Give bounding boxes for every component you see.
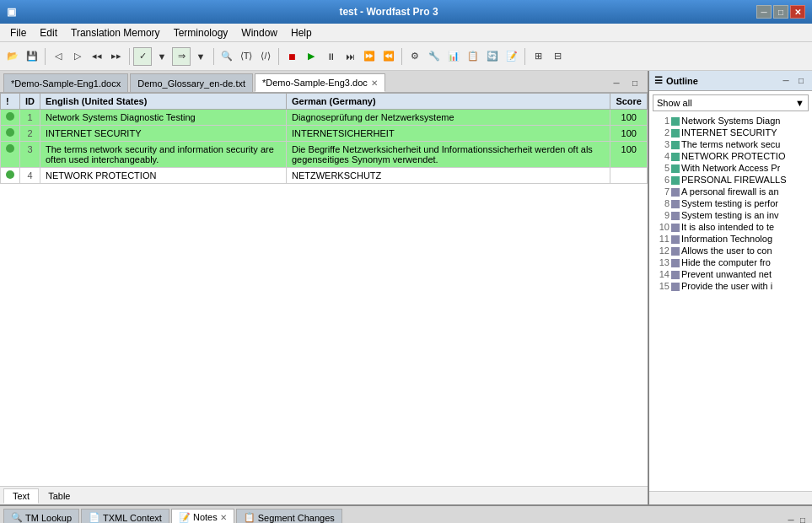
btab-tm-lookup[interactable]: 🔍 TM Lookup	[3, 509, 79, 523]
txml-label: TXML Context	[103, 513, 162, 523]
table-row[interactable]: 1 Network Systems Diagnostic Testing Dia…	[1, 110, 648, 126]
outline-restore[interactable]: □	[795, 75, 807, 87]
table-row[interactable]: 2 INTERNET SECURITY INTERNETSICHERHEIT 1…	[1, 126, 648, 142]
tb-forward[interactable]: ▷	[68, 47, 87, 66]
menu-edit[interactable]: Edit	[33, 25, 64, 40]
menu-bar: File Edit Translation Memory Terminology…	[0, 24, 812, 42]
tb-dropdown1[interactable]: ▼	[153, 47, 171, 66]
close-button[interactable]: ✕	[790, 5, 805, 19]
col-flag: !	[1, 94, 20, 110]
bottom-tabs: 🔍 TM Lookup 📄 TXML Context 📝 Notes ✕ 📋 S…	[0, 506, 812, 523]
tb-tools4[interactable]: 📋	[464, 47, 482, 66]
tb-tools1[interactable]: ⚙	[406, 47, 424, 66]
outline-item[interactable]: 14 Prevent unwanted net	[649, 268, 812, 280]
tab-restore[interactable]: □	[626, 73, 644, 92]
col-target: German (Germany)	[286, 94, 610, 110]
tab-doc2[interactable]: Demo_Glossary_en-de.txt	[130, 73, 253, 92]
tb-extra1[interactable]: ⊞	[529, 47, 547, 66]
outline-item[interactable]: 12 Allows the user to con	[649, 245, 812, 256]
outline-item[interactable]: 10 It is also intended to te	[649, 221, 812, 233]
tb-stop[interactable]: ⏹	[282, 47, 301, 66]
maximize-button[interactable]: □	[773, 5, 788, 19]
tb-tools2[interactable]: 🔧	[425, 47, 444, 66]
tb-tools6[interactable]: 📝	[503, 47, 521, 66]
tb-play[interactable]: ▶	[302, 47, 320, 66]
tb-tools3[interactable]: 📊	[444, 47, 463, 66]
menu-translation-memory[interactable]: Translation Memory	[64, 25, 167, 40]
outline-item[interactable]: 9 System testing is an inv	[649, 209, 812, 221]
minimize-button[interactable]: ─	[756, 5, 772, 19]
outline-item[interactable]: 13 Hide the computer fro	[649, 256, 812, 268]
outline-item[interactable]: 7 A personal firewall is an	[649, 186, 812, 197]
bottom-restore[interactable]: □	[797, 514, 809, 523]
bottom-minimize[interactable]: ─	[785, 514, 797, 523]
outline-item-text: System testing is an inv	[681, 210, 779, 220]
tb-dropdown2[interactable]: ▼	[191, 47, 210, 66]
outline-item-icon	[671, 153, 680, 161]
outline-minimize[interactable]: ─	[780, 75, 792, 87]
notes-close[interactable]: ✕	[220, 513, 227, 522]
tb-next[interactable]: ▸▸	[107, 47, 126, 66]
menu-help[interactable]: Help	[284, 25, 319, 40]
outline-header: ☰ Outline ─ □	[649, 71, 812, 91]
tb-prev[interactable]: ◂◂	[88, 47, 106, 66]
outline-item-icon	[671, 212, 680, 220]
menu-terminology[interactable]: Terminology	[167, 25, 235, 40]
outline-item-num: 1	[653, 116, 669, 126]
btab-segment-changes[interactable]: 📋 Segment Changes	[236, 509, 342, 523]
row-target: Die Begriffe Netzwerksicherheit und Info…	[286, 142, 610, 168]
tab-text[interactable]: Text	[3, 488, 39, 504]
tb-confirm[interactable]: ✓	[133, 47, 152, 66]
tb-extra2[interactable]: ⊟	[548, 47, 567, 66]
tab-table[interactable]: Table	[39, 488, 79, 504]
tab-minimize[interactable]: ─	[607, 73, 626, 92]
row-target: Diagnoseprüfung der Netzwerksysteme	[286, 110, 610, 126]
tab-doc3-close[interactable]: ✕	[371, 78, 378, 88]
table-row[interactable]: 3 The terms network security and informa…	[1, 142, 648, 168]
outline-item[interactable]: 5 With Network Access Pr	[649, 162, 812, 174]
outline-item-icon	[671, 200, 680, 208]
outline-filter-dropdown[interactable]: Show all ▼	[653, 94, 809, 111]
view-mode-tabs: Text Table	[0, 486, 648, 504]
row-id: 4	[20, 168, 40, 184]
outline-item[interactable]: 8 System testing is perfor	[649, 197, 812, 209]
row-source: Network Systems Diagnostic Testing	[40, 110, 287, 126]
tb-markup[interactable]: ⟨/⟩	[256, 47, 275, 66]
outline-item[interactable]: 3 The terms network secu	[649, 138, 812, 150]
outline-item-text: INTERNET SECURITY	[681, 127, 777, 137]
btab-txml-context[interactable]: 📄 TXML Context	[81, 509, 169, 523]
outline-item-text: PERSONAL FIREWALLS	[681, 175, 787, 185]
outline-item[interactable]: 6 PERSONAL FIREWALLS	[649, 174, 812, 186]
outline-item[interactable]: 1 Network Systems Diagn	[649, 115, 812, 127]
tb-fast[interactable]: ⏩	[360, 47, 379, 66]
bottom-area: 🔍 TM Lookup 📄 TXML Context 📝 Notes ✕ 📋 S…	[0, 504, 812, 523]
tb-slow[interactable]: ⏪	[379, 47, 398, 66]
tb-tag[interactable]: ⟨T⟩	[237, 47, 255, 66]
table-row[interactable]: 4 NETWORK PROTECTION NETZWERKSCHUTZ	[1, 168, 648, 184]
btab-notes[interactable]: 📝 Notes ✕	[171, 509, 234, 523]
tb-pause[interactable]: ⏸	[321, 47, 340, 66]
outline-item-text: NETWORK PROTECTIO	[681, 151, 785, 161]
outline-item-num: 13	[653, 257, 669, 267]
tb-open[interactable]: 📂	[3, 47, 22, 66]
tb-tools5[interactable]: 🔄	[483, 47, 502, 66]
tb-save[interactable]: 💾	[23, 47, 41, 66]
tb-back[interactable]: ◁	[49, 47, 67, 66]
translation-table[interactable]: ! ID English (United States) German (Ger…	[0, 93, 648, 486]
outline-item-num: 5	[653, 163, 669, 173]
tb-skip[interactable]: ⏭	[341, 47, 359, 66]
outline-item-icon	[671, 176, 680, 185]
outline-panel: ☰ Outline ─ □ Show all ▼ 1 Network Syste…	[648, 71, 812, 504]
outline-item[interactable]: 4 NETWORK PROTECTIO	[649, 150, 812, 162]
tb-translate[interactable]: ⇒	[172, 47, 191, 66]
outline-item-text: With Network Access Pr	[681, 163, 780, 173]
menu-window[interactable]: Window	[234, 25, 284, 40]
outline-item[interactable]: 11 Information Technolog	[649, 233, 812, 245]
outline-item[interactable]: 2 INTERNET SECURITY	[649, 127, 812, 138]
tab-doc3[interactable]: *Demo-Sample-Eng3.doc ✕	[255, 73, 385, 92]
menu-file[interactable]: File	[3, 25, 33, 40]
seg-changes-label: Segment Changes	[258, 513, 335, 523]
outline-item[interactable]: 15 Provide the user with i	[649, 280, 812, 292]
tb-search[interactable]: 🔍	[218, 47, 236, 66]
tab-doc1[interactable]: *Demo-Sample-Eng1.docx	[3, 73, 128, 92]
